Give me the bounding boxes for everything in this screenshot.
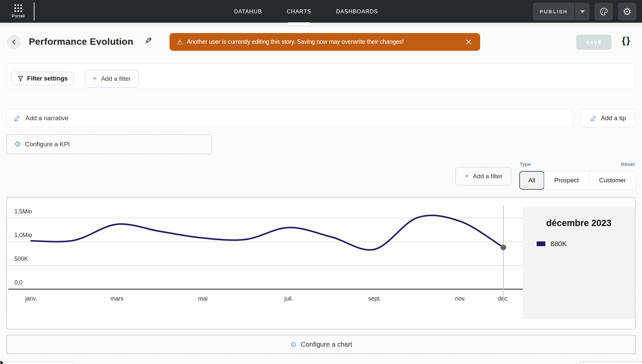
x-axis-label: mars (110, 295, 123, 302)
concurrent-edit-warning-banner: ⚠ Another user is currently editing this… (170, 33, 480, 51)
next-block-partial-dashed-button[interactable] (579, 361, 642, 364)
story-editor-page: Portail DATAHUB CHARTS DASHBOARDS PUBLIS… (0, 0, 642, 364)
filter-settings-button[interactable]: Filter settings (11, 72, 74, 85)
publish-button[interactable]: PUBLISH (533, 3, 574, 20)
top-navbar: Portail DATAHUB CHARTS DASHBOARDS PUBLIS… (0, 0, 642, 23)
configure-kpi-label: Configure a KPI (25, 141, 70, 148)
filter-settings-label: Filter settings (27, 75, 68, 82)
add-narrative-field[interactable]: Add a narrative (7, 109, 572, 127)
chart-tooltip-panel: décembre 2023 880K (523, 207, 635, 319)
tab-charts-label: CHARTS (287, 8, 311, 15)
y-axis-label: 1,5Mio (14, 208, 32, 215)
gear-icon: ⚙ (623, 7, 632, 17)
navbar-divider (34, 2, 34, 20)
code-view-button[interactable]: {} (622, 35, 631, 46)
plus-icon: + (464, 172, 469, 181)
performance-chart-block[interactable]: 1,5Mio1,0Mio500K0,0janv.marsmaijuil.sept… (7, 197, 635, 329)
settings-button[interactable]: ⚙ (618, 3, 636, 20)
add-filter-button[interactable]: + Add a filter (85, 70, 138, 87)
add-filter-label: Add a filter (101, 75, 130, 82)
back-button[interactable] (7, 35, 21, 49)
x-axis-label: mai (198, 295, 207, 302)
active-tab-indicator (288, 22, 310, 25)
funnel-icon (17, 75, 24, 82)
chevron-left-icon (11, 39, 17, 45)
add-tip-button[interactable]: Add a tip (581, 109, 635, 127)
story-filter-card: Filter settings + Add a filter (7, 63, 635, 89)
publish-dropdown-button[interactable] (575, 3, 590, 20)
add-narrative-label: Add a narrative (25, 115, 69, 122)
hover-point-marker (501, 245, 506, 250)
tab-charts[interactable]: CHARTS (287, 0, 311, 23)
gear-icon: ⚙ (14, 141, 21, 148)
tooltip-month-title: décembre 2023 (523, 218, 635, 228)
tab-datahub[interactable]: DATAHUB (234, 0, 262, 23)
add-tip-label: Add a tip (601, 115, 626, 122)
main-nav: DATAHUB CHARTS DASHBOARDS (234, 0, 378, 23)
caret-down-icon (580, 10, 585, 13)
tab-datahub-label: DATAHUB (234, 8, 262, 15)
performance-line (31, 215, 503, 250)
apps-grid-icon (14, 4, 22, 12)
warning-text: Another user is currently editing this s… (187, 38, 464, 45)
tab-dashboards[interactable]: DASHBOARDS (336, 0, 378, 23)
tooltip-legend-row: 880K (523, 240, 635, 248)
x-axis-label: sept. (368, 295, 381, 302)
x-axis-label: nov. (455, 295, 466, 302)
navbar-actions: PUBLISH ⚙ (533, 3, 636, 20)
save-button[interactable]: SAVE (576, 35, 612, 50)
gear-icon: ⚙ (290, 341, 297, 348)
chart-add-filter-label: Add a filter (473, 173, 502, 180)
next-block-partial-button[interactable] (7, 361, 76, 364)
navbar-shadow (0, 23, 642, 28)
pencil-write-icon (590, 115, 597, 122)
y-axis-label: 500K (14, 255, 28, 262)
type-option-all[interactable]: All (519, 171, 544, 190)
plus-icon: + (93, 74, 97, 83)
configure-kpi-button[interactable]: ⚙ Configure a KPI (7, 134, 212, 154)
warning-close-button[interactable] (464, 38, 473, 46)
tab-dashboards-label: DASHBOARDS (336, 8, 378, 15)
x-axis-label: juil. (284, 295, 293, 302)
configure-chart-button[interactable]: ⚙ Configure a chart (7, 335, 636, 354)
y-axis-label: 0,0 (14, 279, 23, 286)
type-option-customer[interactable]: Customer (589, 171, 636, 189)
palette-icon (599, 7, 609, 16)
chart-add-filter-button[interactable]: + Add a filter (455, 167, 511, 185)
warning-icon: ⚠ (177, 38, 183, 46)
configure-chart-label: Configure a chart (301, 341, 352, 348)
reset-filter-link[interactable]: Reset (618, 161, 635, 167)
close-icon (466, 39, 471, 45)
page-title: Performance Evolution (29, 36, 133, 47)
type-option-prospect[interactable]: Prospect (544, 171, 589, 189)
x-axis-label: janv. (25, 295, 37, 302)
brand-label: Portail (12, 13, 24, 18)
edit-title-pencil-icon[interactable]: ✎ (144, 36, 152, 46)
pencil-write-icon (14, 115, 21, 122)
mouse-cursor (0, 360, 5, 364)
y-axis-label: 1,0Mio (14, 232, 32, 238)
type-segmented-control: All Prospect Customer (519, 171, 636, 190)
theme-palette-button[interactable] (595, 3, 613, 20)
tooltip-value: 880K (550, 240, 567, 248)
portal-launcher[interactable]: Portail (3, 0, 33, 23)
type-filter-label: Type (520, 161, 531, 167)
series-swatch (537, 241, 545, 246)
